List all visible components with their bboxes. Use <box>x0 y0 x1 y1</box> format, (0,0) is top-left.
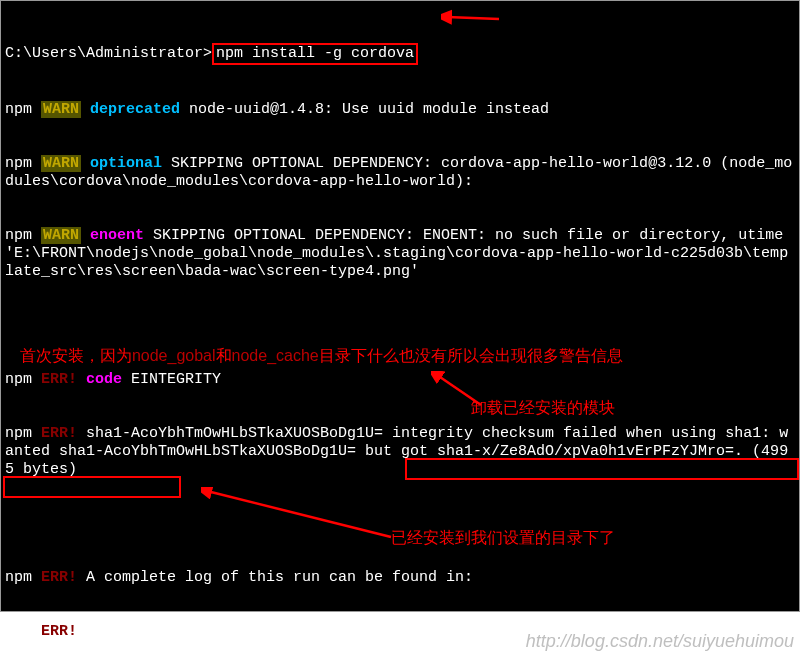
annotation-uninstall: 卸载已经安装的模块 <box>471 399 615 417</box>
prompt-1: C:\Users\Administrator> <box>5 45 212 62</box>
annotation-installed: 已经安装到我们设置的目录下了 <box>391 529 615 547</box>
output-warn-optional: npm WARN optional SKIPPING OPTIONAL DEPE… <box>5 155 795 191</box>
output-err-integrity: npm ERR! sha1-AcoYbhTmOwHLbSTkaXUOSBoDg1… <box>5 425 795 479</box>
arrow-icon-1 <box>441 7 501 27</box>
terminal-window: C:\Users\Administrator>npm install -g co… <box>0 0 800 612</box>
output-warn-enoent: npm WARN enoent SKIPPING OPTIONAL DEPEND… <box>5 227 795 281</box>
cmd-line-1: C:\Users\Administrator>npm install -g co… <box>5 43 795 65</box>
output-err-log-msg: npm ERR! A complete log of this run can … <box>5 569 795 587</box>
cmd1-text: npm install -g cordova <box>216 45 414 62</box>
output-err-code: npm ERR! code EINTEGRITY <box>5 371 795 389</box>
install-path-box-2 <box>3 476 181 498</box>
output-warn-deprecated-1: npm WARN deprecated node-uuid@1.4.8: Use… <box>5 101 795 119</box>
annotation-first-install: 首次安装，因为node_gobal和node_cache目录下什么也没有所以会出… <box>11 329 623 365</box>
svg-line-0 <box>447 17 499 19</box>
cmd1-box: npm install -g cordova <box>212 43 418 65</box>
watermark-text: http://blog.csdn.net/suiyuehuimou <box>526 631 794 652</box>
